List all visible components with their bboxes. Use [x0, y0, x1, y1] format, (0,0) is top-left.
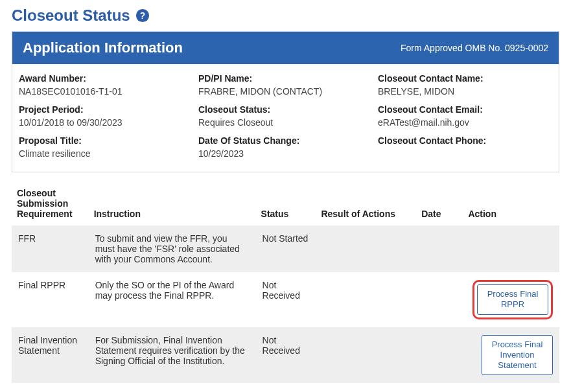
panel-title: Application Information [23, 40, 183, 56]
cell-result [316, 272, 416, 327]
contact-email-value: eRATest@mail.nih.gov [378, 117, 552, 128]
contact-name-value: BRELYSE, MIDON [378, 86, 552, 97]
app-info-panel: Application Information Form Approved OM… [12, 31, 559, 172]
contact-email-label: Closeout Contact Email: [378, 104, 552, 115]
cell-status: Not Received [256, 327, 316, 384]
col-date: Date [416, 184, 463, 225]
closeout-table: Closeout Submission Requirement Instruct… [12, 184, 559, 383]
col-result: Result of Actions [316, 184, 416, 225]
proposal-title-label: Proposal Title: [19, 135, 193, 146]
col-status: Status [256, 184, 316, 225]
cell-action: Process Final RPPR [463, 272, 559, 327]
page-title-text: Closeout Status [12, 6, 130, 25]
status-change-date-label: Date Of Status Change: [198, 135, 373, 146]
closeout-status-value: Requires Closeout [198, 117, 373, 128]
proposal-title-value: Climate resilience [19, 148, 193, 159]
table-row: Final RPPROnly the SO or the PI of the A… [12, 272, 559, 327]
cell-status: Not Received [256, 272, 316, 327]
col-action: Action [463, 184, 559, 225]
cell-action [463, 225, 559, 272]
cell-result [316, 225, 416, 272]
award-number-label: Award Number: [19, 73, 193, 84]
cell-requirement: Final RPPR [12, 272, 89, 327]
col-instruction: Instruction [89, 184, 256, 225]
pdpi-name-label: PD/PI Name: [198, 73, 373, 84]
cell-instruction: For Submission, Final Invention Statemen… [89, 327, 256, 384]
panel-header: Application Information Form Approved OM… [12, 32, 559, 64]
contact-phone-label: Closeout Contact Phone: [378, 135, 552, 146]
cell-date [416, 225, 463, 272]
help-icon[interactable]: ? [135, 8, 150, 23]
cell-instruction: To submit and view the FFR, you must hav… [89, 225, 256, 272]
project-period-label: Project Period: [19, 104, 193, 115]
cell-result [316, 327, 416, 384]
cell-date [416, 272, 463, 327]
table-row: Final Invention StatementFor Submission,… [12, 327, 559, 384]
project-period-value: 10/01/2018 to 09/30/2023 [19, 117, 193, 128]
table-row: FFRTo submit and view the FFR, you must … [12, 225, 559, 272]
cell-action: Process Final Invention Statement [463, 327, 559, 384]
award-number-value: NA18SEC0101016-T1-01 [19, 86, 193, 97]
cell-requirement: Final Invention Statement [12, 327, 89, 384]
status-change-date-value: 10/29/2023 [198, 148, 373, 159]
process-button[interactable]: Process Final RPPR [477, 284, 548, 315]
closeout-status-label: Closeout Status: [198, 104, 373, 115]
cell-requirement: FFR [12, 225, 89, 272]
page-title: Closeout Status ? [12, 6, 559, 25]
highlight-rect: Process Final RPPR [472, 280, 553, 319]
svg-text:?: ? [139, 11, 145, 21]
process-button[interactable]: Process Final Invention Statement [482, 335, 553, 376]
cell-status: Not Started [256, 225, 316, 272]
info-grid: Award Number: NA18SEC0101016-T1-01 Proje… [12, 64, 559, 172]
col-requirement: Closeout Submission Requirement [12, 184, 89, 225]
cell-date [416, 327, 463, 384]
pdpi-name-value: FRABRE, MIDON (CONTACT) [198, 86, 373, 97]
form-approved-text: Form Approved OMB No. 0925-0002 [401, 43, 548, 53]
cell-instruction: Only the SO or the PI of the Award may p… [89, 272, 256, 327]
contact-name-label: Closeout Contact Name: [378, 73, 552, 84]
